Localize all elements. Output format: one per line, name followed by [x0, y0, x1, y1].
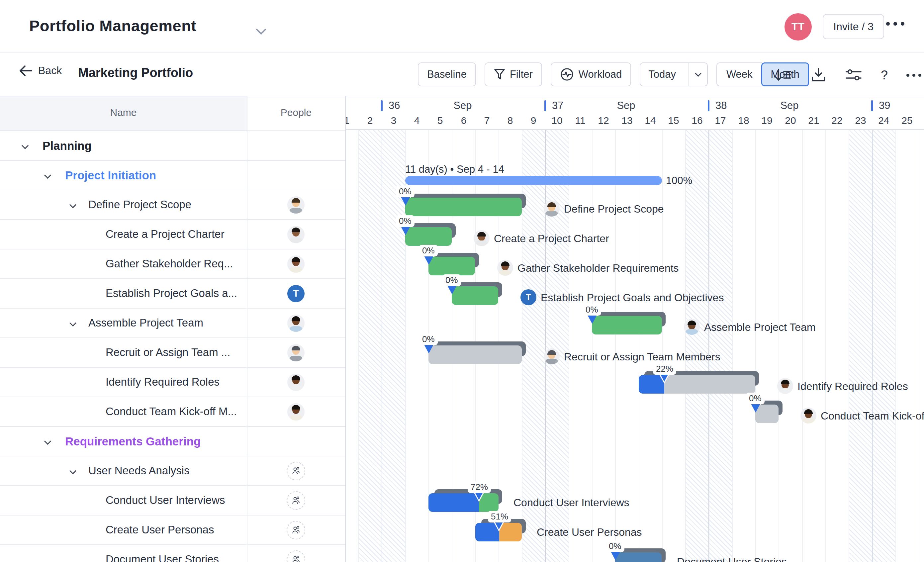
- assignee-avatar[interactable]: [287, 374, 304, 391]
- assignee-avatar[interactable]: [287, 196, 304, 214]
- workload-button[interactable]: Workload: [550, 63, 631, 86]
- table-row-recruit-team[interactable]: Recruit or Assign Team ...: [0, 338, 345, 368]
- table-row-kickoff-meeting[interactable]: Conduct Team Kick-off M...: [0, 397, 345, 427]
- assign-people-icon[interactable]: [286, 491, 305, 510]
- row-label: Document User Stories: [106, 553, 219, 562]
- app-root: Portfolio Management TT Invite / 3 Back …: [0, 0, 924, 562]
- download-icon[interactable]: [810, 67, 826, 83]
- user-avatar[interactable]: TT: [784, 13, 812, 40]
- table-row-define-project-scope[interactable]: Define Project Scope: [0, 190, 345, 220]
- row-label: Create User Personas: [106, 523, 214, 536]
- timeline-header[interactable]: 36 Sep 37 Sep 38 Sep 39 1 2 3 4 5 6 7 8 …: [346, 96, 924, 130]
- progress-marker-icon[interactable]: [424, 255, 434, 265]
- toolbar-more-button[interactable]: [906, 74, 921, 77]
- table-row-conduct-interviews[interactable]: Conduct User Interviews: [0, 486, 345, 516]
- task-bar-document-stories[interactable]: [615, 552, 662, 562]
- table-row-requirements-gathering[interactable]: Requirements Gathering: [0, 427, 345, 456]
- table-row-gather-stakeholder[interactable]: Gather Stakeholder Req...: [0, 249, 345, 279]
- table-row-document-stories[interactable]: Document User Stories: [0, 545, 345, 562]
- table-row-create-personas[interactable]: Create User Personas: [0, 516, 345, 545]
- settings-sliders-icon[interactable]: [845, 68, 862, 82]
- table-row-planning[interactable]: Planning: [0, 131, 345, 161]
- table-row-create-project-charter[interactable]: Create a Project Charter: [0, 220, 345, 249]
- progress-marker-icon[interactable]: [610, 551, 620, 561]
- task-bar-recruit-team[interactable]: [429, 345, 522, 364]
- day-label: 9: [526, 115, 541, 126]
- task-bar-label: Assemble Project Team: [704, 321, 816, 333]
- assign-people-icon[interactable]: [286, 462, 305, 480]
- assignee-avatar[interactable]: [287, 226, 304, 243]
- progress-marker-icon[interactable]: [400, 226, 411, 235]
- invite-button[interactable]: Invite / 3: [823, 14, 884, 39]
- help-button[interactable]: ?: [881, 68, 888, 82]
- sort-icon[interactable]: [774, 67, 792, 83]
- task-bar-create-project-charter[interactable]: [405, 227, 452, 246]
- task-avatar: [497, 260, 513, 276]
- back-button[interactable]: Back: [18, 64, 62, 77]
- task-avatar: [684, 319, 700, 335]
- gantt-body[interactable]: 11 day(s) • Sep 4 - 14 100% 0% Define Pr…: [346, 130, 924, 562]
- task-bar-establish-goals[interactable]: [452, 286, 498, 305]
- day-label: 5: [433, 115, 447, 126]
- day-label: 2: [363, 115, 377, 126]
- table-row-user-needs-analysis[interactable]: User Needs Analysis: [0, 456, 345, 486]
- day-label: 7: [480, 115, 494, 126]
- task-avatar: [544, 348, 560, 364]
- row-label: Requirements Gathering: [65, 435, 201, 448]
- progress-label: 0%: [396, 186, 414, 197]
- collapse-chevron-icon[interactable]: [44, 438, 51, 445]
- week-toggle-button[interactable]: Week: [716, 63, 762, 86]
- table-row-assemble-team[interactable]: Assemble Project Team: [0, 309, 345, 338]
- assign-people-icon[interactable]: [286, 521, 305, 540]
- collapse-chevron-icon[interactable]: [22, 142, 28, 149]
- task-avatar-initial: T: [520, 289, 536, 305]
- assignee-avatar[interactable]: [287, 344, 304, 361]
- task-bar-conduct-interviews[interactable]: [429, 493, 498, 512]
- task-bar-define-project-scope[interactable]: [405, 198, 522, 216]
- baseline-button[interactable]: Baseline: [418, 63, 476, 86]
- day-label: 17: [713, 115, 728, 126]
- progress-marker-icon[interactable]: [424, 344, 434, 354]
- week-tick: [708, 100, 710, 111]
- name-column-header[interactable]: Name: [0, 107, 247, 118]
- week-number: 36: [388, 100, 400, 112]
- collapse-chevron-icon[interactable]: [69, 319, 76, 327]
- task-list-panel: Name People Planning Project Initiation …: [0, 96, 345, 562]
- portfolio-chevron-down-icon[interactable]: [256, 24, 266, 34]
- task-bar-gather-stakeholder[interactable]: [429, 257, 475, 275]
- assignee-avatar[interactable]: [287, 315, 304, 332]
- day-label: 15: [666, 115, 681, 126]
- task-bar-identify-roles[interactable]: [639, 375, 755, 394]
- month-label: Sep: [609, 100, 643, 112]
- table-row-identify-roles[interactable]: Identify Required Roles: [0, 368, 345, 397]
- today-button[interactable]: Today: [640, 63, 684, 86]
- task-bar-assemble-team[interactable]: [592, 316, 662, 334]
- collapse-chevron-icon[interactable]: [44, 172, 51, 179]
- progress-label: 0%: [419, 245, 438, 256]
- collapse-chevron-icon[interactable]: [69, 201, 76, 208]
- today-dropdown-button[interactable]: [688, 63, 707, 86]
- filter-button[interactable]: Filter: [484, 63, 542, 86]
- row-label: Create a Project Charter: [106, 228, 225, 240]
- table-row-project-initiation[interactable]: Project Initiation: [0, 161, 345, 190]
- progress-marker-icon[interactable]: [400, 196, 411, 205]
- summary-bar[interactable]: [405, 176, 662, 185]
- assignee-avatar-initial[interactable]: T: [287, 285, 304, 302]
- progress-marker-icon[interactable]: [751, 403, 760, 412]
- day-label: 20: [783, 115, 798, 126]
- more-menu-button[interactable]: [886, 22, 904, 25]
- task-bar-label: Conduct User Interviews: [513, 496, 629, 509]
- day-label: 24: [876, 115, 891, 126]
- assignee-avatar[interactable]: [287, 255, 304, 273]
- assign-people-icon[interactable]: [286, 550, 305, 562]
- collapse-chevron-icon[interactable]: [69, 468, 76, 474]
- portfolio-title[interactable]: Portfolio Management: [29, 16, 196, 35]
- assignee-avatar[interactable]: [287, 403, 304, 421]
- summary-bar-label: 11 day(s) • Sep 4 - 14: [405, 163, 504, 175]
- progress-marker-icon[interactable]: [447, 285, 457, 294]
- progress-marker-icon[interactable]: [587, 315, 597, 324]
- week-number: 37: [552, 100, 563, 112]
- table-row-establish-goals[interactable]: Establish Project Goals a... T: [0, 279, 345, 309]
- people-column-header[interactable]: People: [247, 107, 345, 118]
- week-gridline: [708, 130, 709, 562]
